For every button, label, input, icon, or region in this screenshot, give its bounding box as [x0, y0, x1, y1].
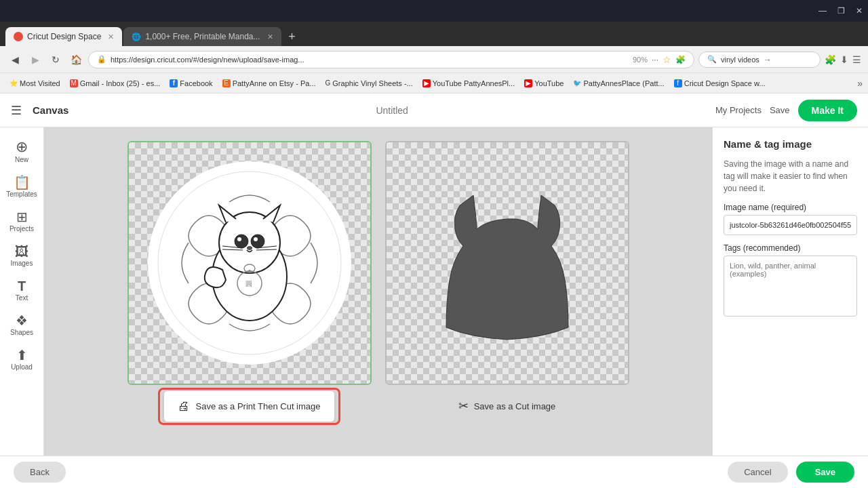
- download-icon[interactable]: ⬇: [840, 54, 848, 65]
- bookmark-facebook[interactable]: f Facebook: [165, 78, 216, 89]
- bookmark-youtube[interactable]: ▶ YouTube: [520, 78, 568, 89]
- tab-mandala[interactable]: 🌐 1,000+ Free, Printable Manda... ✕: [123, 27, 281, 46]
- image-name-input[interactable]: [724, 215, 857, 235]
- save-cut-btn[interactable]: ✂ Save as a Cut image: [445, 390, 570, 422]
- image-name-label: Image name (required): [724, 203, 857, 212]
- sidebar-item-shapes[interactable]: ❖ Shapes: [3, 308, 41, 342]
- bottom-save-btn[interactable]: Save: [796, 462, 854, 483]
- nav-back-btn[interactable]: ◀: [7, 52, 23, 68]
- etsy-icon: E: [222, 79, 231, 87]
- svg-point-15: [248, 270, 251, 272]
- maximize-btn[interactable]: ❐: [837, 6, 845, 16]
- templates-icon: 📋: [14, 176, 31, 189]
- sidebar-item-new[interactable]: ⊕ New: [3, 134, 41, 169]
- cricut-bm-label: Cricut Design Space w...: [684, 79, 766, 87]
- twitter-icon: 🐦: [573, 79, 581, 87]
- cricut-bm-icon: f: [674, 79, 682, 87]
- images-icon: 🖼: [15, 245, 28, 258]
- bookmark-twitter[interactable]: 🐦 PattyAnnesPlace (Patt...: [569, 78, 668, 89]
- print-image-card: 圓: [127, 141, 372, 385]
- bookmark-most-visited[interactable]: ⭐ Most Visited: [5, 78, 64, 89]
- cut-btn-label: Save as a Cut image: [474, 401, 556, 411]
- nav-home-btn[interactable]: 🏠: [68, 52, 84, 68]
- tab-mandala-label: 1,000+ Free, Printable Manda...: [145, 32, 260, 41]
- extensions-btn[interactable]: 🧩: [675, 55, 686, 64]
- svg-point-6: [254, 237, 258, 241]
- projects-icon: ⊞: [16, 210, 28, 224]
- tags-textarea[interactable]: [724, 256, 857, 317]
- tab-mandala-close[interactable]: ✕: [267, 33, 273, 41]
- sidebar-item-upload[interactable]: ⬆ Upload: [3, 343, 41, 376]
- print-btn-icon: 🖨: [178, 399, 190, 413]
- vinyl-label: Graphic Vinyl Sheets -...: [332, 79, 412, 87]
- projects-label: Projects: [9, 225, 34, 232]
- shapes-label: Shapes: [10, 329, 33, 336]
- youtube-icon: ▶: [524, 79, 532, 87]
- facebook-icon: f: [170, 79, 178, 87]
- svg-text:圓: 圓: [245, 280, 252, 287]
- secure-icon: 🔒: [97, 55, 106, 64]
- tags-label: Tags (recommended): [724, 243, 857, 253]
- nav-reload-btn[interactable]: ↻: [47, 52, 64, 68]
- nav-forward-btn[interactable]: ▶: [27, 52, 43, 68]
- zoom-level: 90%: [633, 56, 648, 64]
- canvas-title: Canvas: [33, 104, 68, 116]
- new-tab-btn[interactable]: +: [283, 27, 302, 46]
- tab-cricut-icon: [14, 32, 23, 41]
- panel-desc: Saving the image with a name and tag wil…: [724, 158, 857, 195]
- make-it-btn[interactable]: Make It: [798, 100, 857, 121]
- search-bar[interactable]: 🔍 vinyl videos →: [698, 52, 821, 68]
- cut-btn-icon: ✂: [458, 399, 469, 413]
- bookmarks-more-btn[interactable]: »: [857, 78, 863, 89]
- svg-point-3: [235, 235, 248, 248]
- svg-point-4: [251, 235, 264, 248]
- upload-label: Upload: [11, 363, 33, 371]
- url-options-btn[interactable]: ···: [652, 55, 658, 64]
- bookmark-star[interactable]: ☆: [663, 54, 671, 65]
- sidebar-item-projects[interactable]: ⊞ Projects: [3, 205, 41, 238]
- twitter-label: PattyAnnesPlace (Patt...: [583, 79, 664, 87]
- text-label: Text: [16, 294, 28, 302]
- facebook-label: Facebook: [180, 79, 212, 87]
- bookmark-vinyl[interactable]: G Graphic Vinyl Sheets -...: [321, 78, 417, 89]
- extensions-icon[interactable]: 🧩: [825, 54, 836, 65]
- sidebar-item-images[interactable]: 🖼 Images: [3, 239, 41, 272]
- bookmark-cricut[interactable]: f Cricut Design Space w...: [670, 78, 770, 89]
- gmail-label: Gmail - Inbox (25) - es...: [80, 79, 161, 87]
- minimize-btn[interactable]: —: [818, 6, 827, 16]
- bookmark-etsy[interactable]: E PattyAnne on Etsy - Pa...: [218, 78, 320, 89]
- save-header-btn[interactable]: Save: [770, 105, 790, 115]
- text-icon: T: [18, 279, 26, 293]
- yt-patty-icon: ▶: [422, 79, 431, 87]
- bookmark-gmail[interactable]: M Gmail - Inbox (25) - es...: [66, 78, 165, 89]
- new-label: New: [15, 156, 28, 163]
- tab-mandala-icon: 🌐: [132, 33, 141, 41]
- sidebar-item-templates[interactable]: 📋 Templates: [3, 170, 41, 203]
- back-btn[interactable]: Back: [14, 462, 66, 483]
- save-print-btn[interactable]: 🖨 Save as a Print Then Cut image: [163, 390, 334, 422]
- right-panel: Name & tag image Saving the image with a…: [712, 127, 868, 455]
- bookmark-youtube-patty[interactable]: ▶ YouTube PattyAnnesPl...: [418, 78, 519, 89]
- sidebar-item-text[interactable]: T Text: [3, 274, 41, 307]
- most-visited-label: Most Visited: [20, 79, 60, 87]
- search-icon: 🔍: [707, 55, 717, 64]
- menu-icon[interactable]: ☰: [852, 54, 861, 65]
- gmail-icon: M: [70, 79, 78, 87]
- yt-patty-label: YouTube PattyAnnesPl...: [433, 79, 515, 87]
- svg-point-5: [237, 237, 241, 241]
- svg-point-7: [247, 246, 252, 250]
- images-label: Images: [11, 260, 33, 267]
- my-projects-btn[interactable]: My Projects: [715, 105, 762, 115]
- hamburger-menu[interactable]: ☰: [11, 103, 22, 118]
- tab-cricut-close[interactable]: ✕: [108, 33, 114, 41]
- doc-title: Untitled: [79, 105, 705, 116]
- address-bar[interactable]: 🔒 https://design.cricut.com/#/design/new…: [88, 51, 694, 68]
- tab-cricut[interactable]: Cricut Design Space ✕: [5, 27, 122, 46]
- vinyl-icon: G: [326, 79, 331, 87]
- cut-image-card: [385, 141, 629, 385]
- youtube-label: YouTube: [534, 79, 564, 87]
- tab-cricut-label: Cricut Design Space: [27, 32, 101, 41]
- cancel-btn[interactable]: Cancel: [728, 462, 787, 483]
- search-go-btn[interactable]: →: [764, 55, 772, 64]
- close-btn[interactable]: ✕: [856, 6, 863, 16]
